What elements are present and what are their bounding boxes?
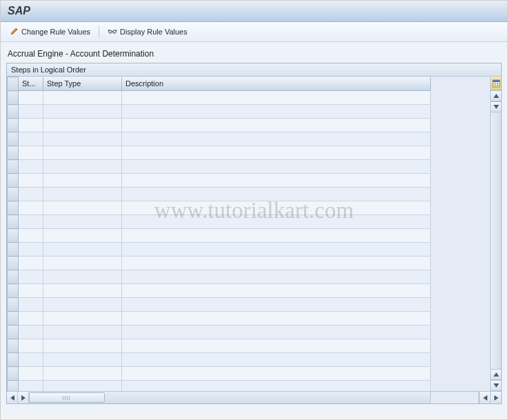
table-settings-button[interactable] <box>491 77 501 90</box>
cell-step-no[interactable] <box>19 353 43 367</box>
row-selector[interactable] <box>8 270 19 284</box>
cell-description[interactable] <box>122 146 431 160</box>
row-selector[interactable] <box>8 188 19 201</box>
cell-step-type[interactable] <box>43 119 122 132</box>
table-row[interactable] <box>8 326 431 339</box>
cell-step-type[interactable] <box>43 201 122 215</box>
vertical-scroll-track[interactable] <box>491 112 501 369</box>
table-row[interactable] <box>8 229 431 243</box>
column-header-step-type[interactable]: Step Type <box>43 77 122 91</box>
cell-step-no[interactable] <box>19 284 43 298</box>
cell-step-no[interactable] <box>19 105 43 119</box>
row-selector[interactable] <box>8 257 19 270</box>
cell-step-no[interactable] <box>19 146 43 160</box>
table-row[interactable] <box>8 353 431 367</box>
table-row[interactable] <box>8 174 431 188</box>
cell-step-no[interactable] <box>19 298 43 312</box>
table-row[interactable] <box>8 105 431 119</box>
horizontal-scroll-track[interactable] <box>29 392 431 403</box>
row-selector[interactable] <box>8 367 19 381</box>
row-selector[interactable] <box>8 91 19 105</box>
column-header-rowselector[interactable] <box>8 77 19 91</box>
row-selector[interactable] <box>8 229 19 243</box>
cell-step-type[interactable] <box>43 105 122 119</box>
cell-step-type[interactable] <box>43 146 122 160</box>
vertical-scrollbar[interactable] <box>490 77 501 391</box>
cell-description[interactable] <box>122 339 431 353</box>
row-selector[interactable] <box>8 339 19 353</box>
cell-description[interactable] <box>122 353 431 367</box>
scroll-right-button[interactable] <box>18 392 29 403</box>
cell-step-no[interactable] <box>19 326 43 339</box>
cell-description[interactable] <box>122 215 431 229</box>
table-row[interactable] <box>8 339 431 353</box>
scroll-right-button-2[interactable] <box>490 392 501 403</box>
row-selector[interactable] <box>8 146 19 160</box>
horizontal-scrollbar[interactable] <box>7 391 501 403</box>
table-row[interactable] <box>8 215 431 229</box>
cell-step-type[interactable] <box>43 132 122 146</box>
cell-step-no[interactable] <box>19 201 43 215</box>
row-selector[interactable] <box>8 381 19 392</box>
cell-description[interactable] <box>122 91 431 105</box>
row-selector[interactable] <box>8 284 19 298</box>
cell-description[interactable] <box>122 326 431 339</box>
cell-description[interactable] <box>122 105 431 119</box>
cell-step-type[interactable] <box>43 91 122 105</box>
cell-step-type[interactable] <box>43 215 122 229</box>
scroll-down-button[interactable] <box>491 101 501 112</box>
row-selector[interactable] <box>8 353 19 367</box>
cell-step-no[interactable] <box>19 229 43 243</box>
cell-description[interactable] <box>122 229 431 243</box>
column-header-description[interactable]: Description <box>122 77 431 91</box>
cell-step-type[interactable] <box>43 353 122 367</box>
cell-step-type[interactable] <box>43 257 122 270</box>
row-selector[interactable] <box>8 312 19 326</box>
cell-step-type[interactable] <box>43 229 122 243</box>
table-row[interactable] <box>8 284 431 298</box>
table-row[interactable] <box>8 160 431 174</box>
steps-table[interactable]: St... Step Type Description <box>7 77 431 391</box>
table-row[interactable] <box>8 132 431 146</box>
scroll-left-button-2[interactable] <box>479 392 490 403</box>
column-header-step-no[interactable]: St... <box>19 77 43 91</box>
cell-step-no[interactable] <box>19 339 43 353</box>
cell-step-type[interactable] <box>43 270 122 284</box>
row-selector[interactable] <box>8 119 19 132</box>
table-row[interactable] <box>8 119 431 132</box>
cell-step-no[interactable] <box>19 188 43 201</box>
table-row[interactable] <box>8 381 431 392</box>
row-selector[interactable] <box>8 105 19 119</box>
table-row[interactable] <box>8 367 431 381</box>
display-rule-values-button[interactable]: Display Rule Values <box>102 25 193 39</box>
cell-step-type[interactable] <box>43 284 122 298</box>
cell-step-type[interactable] <box>43 339 122 353</box>
cell-step-type[interactable] <box>43 243 122 257</box>
row-selector[interactable] <box>8 326 19 339</box>
cell-description[interactable] <box>122 132 431 146</box>
table-row[interactable] <box>8 188 431 201</box>
cell-description[interactable] <box>122 298 431 312</box>
cell-description[interactable] <box>122 201 431 215</box>
change-rule-values-button[interactable]: Change Rule Values <box>5 25 96 39</box>
cell-step-no[interactable] <box>19 381 43 392</box>
table-row[interactable] <box>8 201 431 215</box>
cell-description[interactable] <box>122 188 431 201</box>
row-selector[interactable] <box>8 215 19 229</box>
cell-step-no[interactable] <box>19 312 43 326</box>
cell-step-type[interactable] <box>43 381 122 392</box>
cell-description[interactable] <box>122 312 431 326</box>
cell-description[interactable] <box>122 160 431 174</box>
cell-step-no[interactable] <box>19 119 43 132</box>
row-selector[interactable] <box>8 160 19 174</box>
cell-step-type[interactable] <box>43 188 122 201</box>
cell-step-no[interactable] <box>19 367 43 381</box>
cell-step-type[interactable] <box>43 298 122 312</box>
cell-step-type[interactable] <box>43 312 122 326</box>
row-selector[interactable] <box>8 298 19 312</box>
scroll-up-button[interactable] <box>491 90 501 101</box>
row-selector[interactable] <box>8 174 19 188</box>
cell-description[interactable] <box>122 119 431 132</box>
row-selector[interactable] <box>8 132 19 146</box>
cell-description[interactable] <box>122 243 431 257</box>
